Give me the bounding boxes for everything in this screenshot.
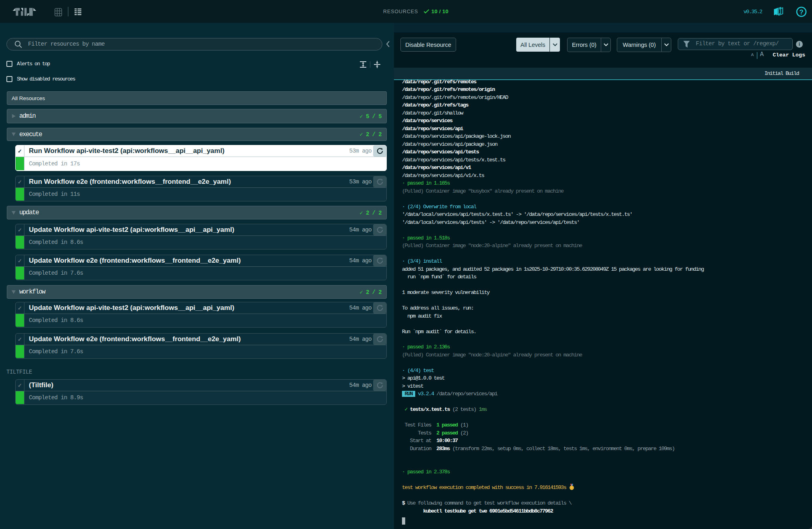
svg-text:?: ? <box>799 8 803 16</box>
